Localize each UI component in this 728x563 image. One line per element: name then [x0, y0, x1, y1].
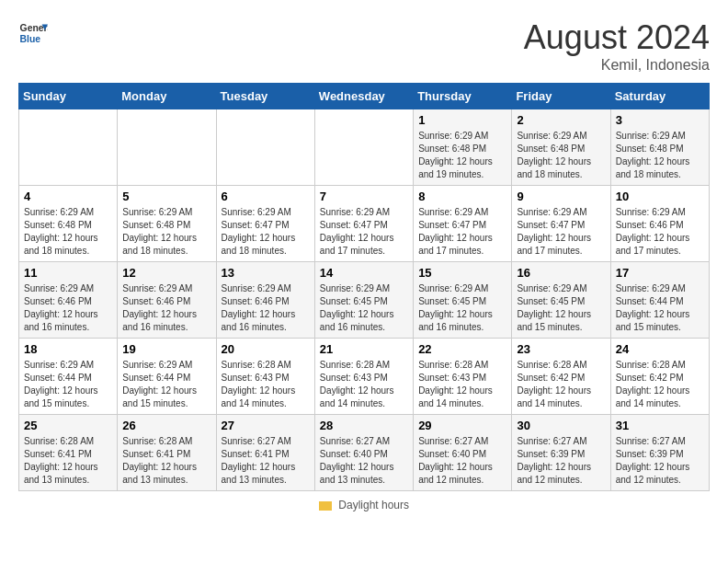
day-info: Sunrise: 6:29 AM Sunset: 6:48 PM Dayligh…	[517, 130, 605, 181]
month-year-title: August 2024	[524, 18, 710, 57]
col-thursday: Thursday	[414, 84, 512, 109]
logo-icon: General Blue	[18, 18, 48, 48]
col-saturday: Saturday	[610, 84, 709, 109]
table-row	[216, 109, 314, 186]
col-wednesday: Wednesday	[314, 84, 413, 109]
table-row: 11Sunrise: 6:29 AM Sunset: 6:46 PM Dayli…	[19, 262, 118, 339]
day-number: 1	[418, 113, 506, 127]
day-info: Sunrise: 6:28 AM Sunset: 6:43 PM Dayligh…	[222, 359, 310, 410]
table-row: 17Sunrise: 6:29 AM Sunset: 6:44 PM Dayli…	[610, 262, 709, 339]
col-monday: Monday	[118, 84, 216, 109]
day-info: Sunrise: 6:29 AM Sunset: 6:47 PM Dayligh…	[517, 206, 605, 258]
day-info: Sunrise: 6:27 AM Sunset: 6:39 PM Dayligh…	[616, 435, 704, 487]
day-info: Sunrise: 6:29 AM Sunset: 6:48 PM Dayligh…	[418, 130, 506, 181]
day-info: Sunrise: 6:27 AM Sunset: 6:39 PM Dayligh…	[517, 435, 605, 487]
table-row: 31Sunrise: 6:27 AM Sunset: 6:39 PM Dayli…	[610, 415, 709, 491]
day-number: 18	[24, 342, 112, 356]
table-row	[19, 109, 118, 186]
day-info: Sunrise: 6:29 AM Sunset: 6:47 PM Dayligh…	[320, 206, 408, 258]
footer: Daylight hours	[18, 499, 710, 511]
day-number: 16	[517, 266, 605, 280]
day-number: 6	[222, 190, 310, 203]
day-number: 26	[122, 419, 210, 432]
day-number: 15	[418, 266, 506, 280]
day-info: Sunrise: 6:28 AM Sunset: 6:43 PM Dayligh…	[320, 359, 408, 410]
calendar-week-row: 18Sunrise: 6:29 AM Sunset: 6:44 PM Dayli…	[19, 339, 710, 415]
table-row: 12Sunrise: 6:29 AM Sunset: 6:46 PM Dayli…	[118, 262, 216, 339]
day-info: Sunrise: 6:29 AM Sunset: 6:44 PM Dayligh…	[616, 282, 704, 334]
table-row: 22Sunrise: 6:28 AM Sunset: 6:43 PM Dayli…	[414, 339, 512, 415]
table-row	[314, 109, 413, 186]
day-info: Sunrise: 6:28 AM Sunset: 6:41 PM Dayligh…	[122, 435, 210, 487]
day-number: 31	[616, 419, 704, 432]
day-info: Sunrise: 6:29 AM Sunset: 6:46 PM Dayligh…	[616, 206, 704, 258]
table-row: 6Sunrise: 6:29 AM Sunset: 6:47 PM Daylig…	[216, 186, 314, 262]
col-tuesday: Tuesday	[216, 84, 314, 109]
svg-text:Blue: Blue	[20, 34, 41, 44]
day-number: 17	[616, 266, 704, 280]
table-row: 21Sunrise: 6:28 AM Sunset: 6:43 PM Dayli…	[314, 339, 413, 415]
table-row: 18Sunrise: 6:29 AM Sunset: 6:44 PM Dayli…	[19, 339, 118, 415]
calendar-week-row: 11Sunrise: 6:29 AM Sunset: 6:46 PM Dayli…	[19, 262, 710, 339]
day-info: Sunrise: 6:29 AM Sunset: 6:44 PM Dayligh…	[122, 359, 210, 410]
table-row: 1Sunrise: 6:29 AM Sunset: 6:48 PM Daylig…	[414, 109, 512, 186]
day-info: Sunrise: 6:29 AM Sunset: 6:47 PM Dayligh…	[418, 206, 506, 258]
day-number: 11	[24, 266, 112, 280]
calendar-week-row: 25Sunrise: 6:28 AM Sunset: 6:41 PM Dayli…	[19, 415, 710, 491]
table-row: 5Sunrise: 6:29 AM Sunset: 6:48 PM Daylig…	[118, 186, 216, 262]
day-number: 2	[517, 113, 605, 127]
day-number: 22	[418, 342, 506, 356]
table-row: 3Sunrise: 6:29 AM Sunset: 6:48 PM Daylig…	[610, 109, 709, 186]
day-number: 28	[320, 419, 408, 432]
table-row: 20Sunrise: 6:28 AM Sunset: 6:43 PM Dayli…	[216, 339, 314, 415]
table-row: 29Sunrise: 6:27 AM Sunset: 6:40 PM Dayli…	[414, 415, 512, 491]
table-row: 28Sunrise: 6:27 AM Sunset: 6:40 PM Dayli…	[314, 415, 413, 491]
table-row: 10Sunrise: 6:29 AM Sunset: 6:46 PM Dayli…	[610, 186, 709, 262]
day-number: 10	[616, 190, 704, 203]
table-row	[118, 109, 216, 186]
day-number: 4	[24, 190, 112, 203]
table-row: 19Sunrise: 6:29 AM Sunset: 6:44 PM Dayli…	[118, 339, 216, 415]
day-number: 9	[517, 190, 605, 203]
table-row: 9Sunrise: 6:29 AM Sunset: 6:47 PM Daylig…	[512, 186, 610, 262]
title-block: August 2024 Kemil, Indonesia	[524, 18, 710, 74]
day-number: 12	[122, 266, 210, 280]
day-info: Sunrise: 6:29 AM Sunset: 6:48 PM Dayligh…	[616, 130, 704, 181]
day-info: Sunrise: 6:29 AM Sunset: 6:45 PM Dayligh…	[320, 282, 408, 334]
day-info: Sunrise: 6:27 AM Sunset: 6:40 PM Dayligh…	[320, 435, 408, 487]
day-number: 30	[517, 419, 605, 432]
table-row: 25Sunrise: 6:28 AM Sunset: 6:41 PM Dayli…	[19, 415, 118, 491]
day-number: 13	[222, 266, 310, 280]
brand-logo: General Blue	[18, 18, 48, 48]
day-number: 14	[320, 266, 408, 280]
table-row: 14Sunrise: 6:29 AM Sunset: 6:45 PM Dayli…	[314, 262, 413, 339]
day-number: 21	[320, 342, 408, 356]
day-number: 20	[222, 342, 310, 356]
table-row: 8Sunrise: 6:29 AM Sunset: 6:47 PM Daylig…	[414, 186, 512, 262]
calendar-week-row: 4Sunrise: 6:29 AM Sunset: 6:48 PM Daylig…	[19, 186, 710, 262]
table-row: 30Sunrise: 6:27 AM Sunset: 6:39 PM Dayli…	[512, 415, 610, 491]
day-info: Sunrise: 6:27 AM Sunset: 6:40 PM Dayligh…	[418, 435, 506, 487]
footer-bar-icon	[319, 501, 332, 511]
day-number: 23	[517, 342, 605, 356]
day-number: 3	[616, 113, 704, 127]
table-row: 26Sunrise: 6:28 AM Sunset: 6:41 PM Dayli…	[118, 415, 216, 491]
day-info: Sunrise: 6:29 AM Sunset: 6:44 PM Dayligh…	[24, 359, 112, 410]
day-number: 7	[320, 190, 408, 203]
day-info: Sunrise: 6:28 AM Sunset: 6:42 PM Dayligh…	[616, 359, 704, 410]
calendar-week-row: 1Sunrise: 6:29 AM Sunset: 6:48 PM Daylig…	[19, 109, 710, 186]
calendar-table: Sunday Monday Tuesday Wednesday Thursday…	[18, 83, 710, 491]
table-row: 7Sunrise: 6:29 AM Sunset: 6:47 PM Daylig…	[314, 186, 413, 262]
col-sunday: Sunday	[19, 84, 118, 109]
day-info: Sunrise: 6:28 AM Sunset: 6:41 PM Dayligh…	[24, 435, 112, 487]
footer-label: Daylight hours	[338, 499, 409, 511]
table-row: 24Sunrise: 6:28 AM Sunset: 6:42 PM Dayli…	[610, 339, 709, 415]
day-number: 19	[122, 342, 210, 356]
day-info: Sunrise: 6:29 AM Sunset: 6:48 PM Dayligh…	[24, 206, 112, 258]
location-subtitle: Kemil, Indonesia	[524, 57, 710, 74]
table-row: 15Sunrise: 6:29 AM Sunset: 6:45 PM Dayli…	[414, 262, 512, 339]
day-number: 27	[222, 419, 310, 432]
table-row: 16Sunrise: 6:29 AM Sunset: 6:45 PM Dayli…	[512, 262, 610, 339]
col-friday: Friday	[512, 84, 610, 109]
day-info: Sunrise: 6:29 AM Sunset: 6:46 PM Dayligh…	[222, 282, 310, 334]
